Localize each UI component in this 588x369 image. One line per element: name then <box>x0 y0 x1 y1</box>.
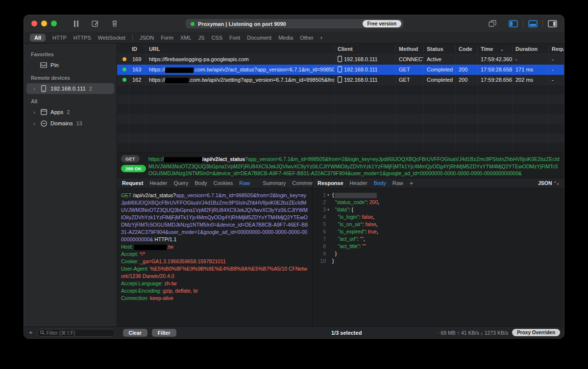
column-header-request[interactable]: Request <box>548 46 564 52</box>
request-tab-comment[interactable]: Comment <box>292 180 316 186</box>
tab-overflow-icon[interactable]: › <box>320 34 322 41</box>
trash-icon[interactable] <box>112 20 118 27</box>
toggle-right-panel-icon[interactable] <box>548 20 557 27</box>
request-line: GET /api/v2/act_status?app_version=6.7.1… <box>121 192 308 243</box>
fold-chevron-icon[interactable]: ▾ <box>327 191 332 199</box>
empty-cell <box>146 104 334 115</box>
sidebar-item-pin[interactable]: Pin <box>26 60 114 70</box>
compose-icon[interactable] <box>92 20 99 27</box>
sidebar-item-apps[interactable]: ›Apps2 <box>26 107 114 117</box>
response-tab-response[interactable]: Response <box>318 180 343 186</box>
empty-cell <box>423 133 455 143</box>
request-tab-raw[interactable]: Raw <box>239 180 250 186</box>
full-url-text[interactable]: https:///api/v2/act_status?app_version=6… <box>148 155 560 178</box>
cell-client: 192.168.0.111 <box>334 54 395 65</box>
response-json-line: 2 "status_code": 200, <box>313 199 564 206</box>
sidebar-item-192-168-0-111[interactable]: ›192.168.0.1112 <box>26 83 114 94</box>
chevron-right-icon[interactable]: › <box>33 109 39 115</box>
line-content: "data": { <box>332 206 353 213</box>
response-tab-body[interactable]: Body <box>374 180 386 186</box>
table-row[interactable]: 169https://firebaselogging-pa.googleapis… <box>117 54 564 65</box>
titlebar-right-controls <box>489 15 557 32</box>
filter-button[interactable]: Filter <box>152 329 176 337</box>
tab-https[interactable]: HTTPS <box>74 35 91 41</box>
tab-other[interactable]: Other <box>300 35 314 41</box>
cell-status: Completed <box>423 65 455 75</box>
column-header-duration[interactable]: Duration <box>512 46 548 52</box>
line-content: { <box>332 191 377 199</box>
row-status-dot-cell <box>117 75 129 85</box>
search-icon <box>40 330 45 335</box>
filter-input[interactable]: Filter (⌘⇧F) <box>37 329 115 337</box>
tab-http[interactable]: HTTP <box>52 35 67 41</box>
empty-table-row <box>117 114 564 124</box>
proxy-override-badge[interactable]: Proxy Overriden <box>512 329 560 336</box>
response-body-pane[interactable]: 1▾{2 "status_code": 200,3▾ "data": {4 "i… <box>313 188 564 326</box>
fold-chevron-icon[interactable]: ▾ <box>327 206 332 213</box>
line-content: } <box>332 257 334 265</box>
column-header-id[interactable]: ID <box>129 46 146 52</box>
tab-css[interactable]: CSS <box>211 35 222 41</box>
session-title-pill[interactable]: Proxyman | Listening on port 9090 Free v… <box>186 19 403 28</box>
table-header[interactable]: IDURLClientMethodStatusCodeTime⌄Duration… <box>117 44 564 54</box>
response-tab-header[interactable]: Header <box>350 180 368 186</box>
pause-icon[interactable] <box>74 21 79 27</box>
table-row[interactable]: 162https://.com.tw/api/v2/setting?app_ve… <box>117 75 564 85</box>
request-tab-request[interactable]: Request <box>122 180 143 186</box>
empty-cell <box>146 133 334 143</box>
header-value: keep-alive <box>150 295 173 301</box>
header-key: Accept-Language: <box>121 280 164 286</box>
request-tab-cookies[interactable]: Cookies <box>214 180 233 186</box>
traffic-lights <box>31 21 61 26</box>
tab-websocket[interactable]: WebSocket <box>98 35 125 41</box>
response-format-select[interactable]: JSON⌃⌄ <box>538 180 559 186</box>
minimize-window-icon[interactable] <box>41 21 47 26</box>
clear-button[interactable]: Clear <box>123 329 147 337</box>
tab-js[interactable]: JS <box>198 35 205 41</box>
chevron-right-icon[interactable]: › <box>33 86 39 92</box>
empty-cell <box>455 124 477 134</box>
tab-xml[interactable]: XML <box>180 35 192 41</box>
toggle-left-panel-icon[interactable] <box>509 20 518 27</box>
response-tab-raw[interactable]: Raw <box>392 180 403 186</box>
empty-table-row <box>117 104 564 114</box>
request-tabs: RequestHeaderQueryBodyCookiesRawSummaryC… <box>117 178 313 188</box>
request-tab-query[interactable]: Query <box>173 180 188 186</box>
request-raw-pane[interactable]: GET /api/v2/act_status?app_version=6.7.1… <box>117 188 313 326</box>
line-number: 7 <box>313 235 327 243</box>
line-number: 3 <box>313 206 327 213</box>
request-tab-header[interactable]: Header <box>149 180 167 186</box>
response-tab-add[interactable]: + <box>410 180 414 187</box>
line-number: 4 <box>313 213 327 221</box>
json-token: } <box>332 258 334 264</box>
json-token: true <box>368 229 377 234</box>
column-header-code[interactable]: Code <box>455 46 477 52</box>
sidebar-item-domains[interactable]: ›Domains13 <box>26 118 114 129</box>
tab-document[interactable]: Document <box>247 35 271 41</box>
request-tab-summary[interactable]: Summary <box>263 180 286 186</box>
cell-method: CONNECT <box>395 54 423 65</box>
toggle-bottom-panel-icon[interactable] <box>528 20 538 27</box>
tab-font[interactable]: Font <box>229 35 240 41</box>
column-header-time[interactable]: Time⌄ <box>477 46 512 52</box>
column-header-dot <box>117 46 129 52</box>
chevron-right-icon[interactable]: › <box>33 120 39 126</box>
add-filter-button[interactable]: + <box>29 329 33 336</box>
column-header-client[interactable]: Client <box>334 46 395 52</box>
table-row[interactable]: 163https://.com.tw/api/v2/act_status?app… <box>117 65 564 75</box>
empty-cell <box>334 143 395 153</box>
maximize-window-icon[interactable] <box>51 21 57 26</box>
multiple-windows-icon[interactable] <box>489 20 497 27</box>
tab-all[interactable]: All <box>30 34 46 42</box>
empty-cell <box>423 85 455 95</box>
request-tab-body[interactable]: Body <box>195 180 207 186</box>
empty-table-row <box>117 85 564 95</box>
close-window-icon[interactable] <box>31 21 37 26</box>
tab-form[interactable]: Form <box>161 35 173 41</box>
tab-media[interactable]: Media <box>278 35 293 41</box>
column-header-url[interactable]: URL <box>146 46 334 52</box>
column-header-status[interactable]: Status <box>423 46 455 52</box>
tab-json[interactable]: JSON <box>140 35 154 41</box>
cell-id: 163 <box>129 65 146 75</box>
column-header-method[interactable]: Method <box>395 46 423 52</box>
